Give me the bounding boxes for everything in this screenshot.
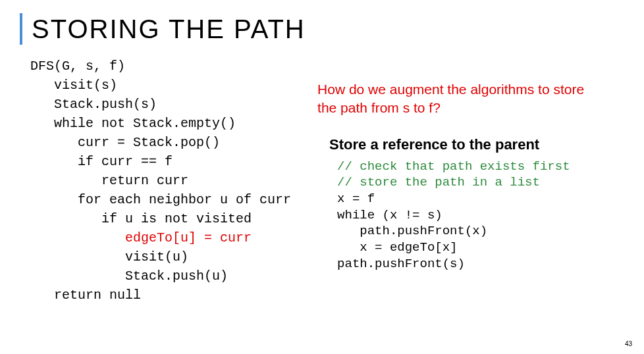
code-line: curr = Stack.pop()	[30, 135, 220, 150]
content-area: DFS(G, s, f) visit(s) Stack.push(s) whil…	[0, 45, 644, 305]
code-line: return null	[30, 288, 141, 303]
path-recovery-code: // check that path exists first // store…	[317, 159, 601, 272]
subtitle-text: Store a reference to the parent	[317, 136, 601, 153]
title-container: STORING THE PATH	[0, 0, 644, 45]
code-line: visit(s)	[30, 78, 117, 93]
title-accent-bar	[20, 13, 22, 45]
code-line: if curr == f	[30, 154, 173, 169]
dfs-pseudocode: DFS(G, s, f) visit(s) Stack.push(s) whil…	[30, 57, 291, 305]
code-line: visit(u)	[30, 249, 188, 265]
code-line: path.pushFront(x)	[337, 224, 487, 238]
code-line: x = edgeTo[x]	[337, 240, 457, 255]
code-line: path.pushFront(s)	[337, 257, 465, 271]
code-line: if u is not visited	[30, 211, 252, 226]
code-line: while not Stack.empty()	[30, 116, 236, 131]
code-line: x = f	[337, 191, 375, 206]
question-text: How do we augment the algorithms to stor…	[317, 80, 601, 118]
code-line: DFS(G, s, f)	[30, 59, 125, 74]
code-line: for each neighbor u of curr	[30, 192, 291, 207]
code-comment: // store the path in a list	[337, 175, 540, 190]
code-line: return curr	[30, 173, 188, 188]
page-number: 43	[625, 340, 632, 347]
slide-title: STORING THE PATH	[32, 14, 306, 44]
right-column: How do we augment the algorithms to stor…	[317, 57, 601, 305]
code-line: while (x != s)	[337, 208, 443, 222]
code-line-highlight: edgeTo[u] = curr	[30, 230, 252, 245]
code-line: Stack.push(s)	[30, 97, 157, 112]
code-comment: // check that path exists first	[337, 159, 570, 174]
code-line: Stack.push(u)	[30, 268, 228, 284]
